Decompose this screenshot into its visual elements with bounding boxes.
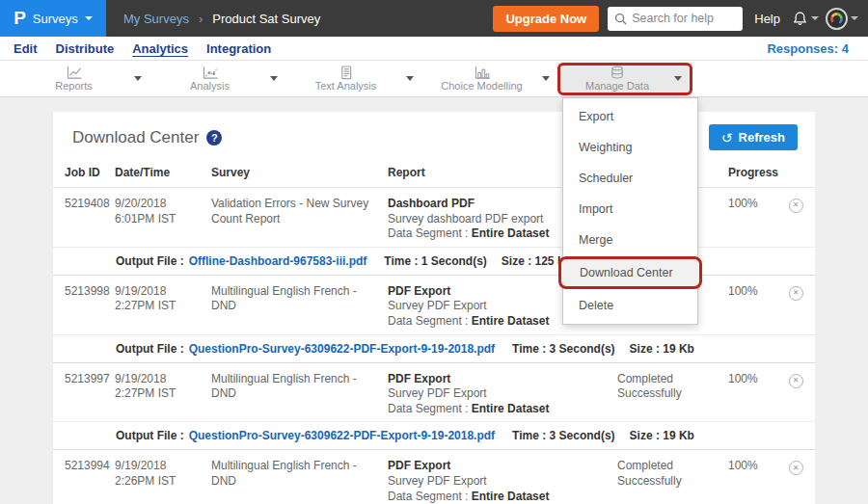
job-status: Completed Successfully [617, 372, 728, 417]
breadcrumb-current-survey: Product Sat Survey [212, 12, 320, 26]
nav-tab-edit[interactable]: Edit [14, 41, 38, 56]
search-input[interactable] [632, 12, 736, 25]
data-segment-value: Entire Dataset [472, 402, 550, 415]
help-question-icon[interactable]: ? [206, 130, 222, 146]
report-description: Survey PDF Export [388, 299, 487, 312]
cancel-job-icon[interactable]: ✕ [789, 374, 803, 388]
analysis-button[interactable]: Analysis [149, 66, 270, 92]
job-survey: Multilingual English French - DND [211, 284, 388, 330]
chevron-down-icon [811, 16, 819, 20]
job-time: Time : 3 Second(s) [512, 342, 614, 356]
help-link[interactable]: Help [754, 12, 780, 26]
output-file-label: Output File : [116, 429, 184, 442]
output-file-label: Output File : [116, 254, 184, 268]
toolbar-label: Manage Data [585, 80, 649, 92]
job-progress: 100% [728, 459, 776, 504]
data-segment-value: Entire Dataset [472, 226, 550, 240]
gauge-logo-icon [830, 13, 843, 25]
table-row: 5213994 9/19/2018 2:26PM IST Multilingua… [53, 450, 815, 504]
job-time: Time : 3 Second(s) [512, 429, 614, 442]
upgrade-now-button[interactable]: Upgrade Now [493, 6, 599, 32]
job-id: 5213994 [65, 459, 115, 504]
toolbar-reports: Reports [14, 61, 149, 96]
data-segment-label: Data Segment : [388, 402, 468, 415]
job-size: Size : 19 Kb [630, 429, 694, 442]
job-progress: 100% [728, 372, 776, 417]
report-description: Survey PDF Export [388, 386, 487, 400]
bell-icon [792, 11, 808, 27]
report-description: Survey PDF Export [388, 474, 487, 488]
job-progress: 100% [728, 197, 776, 242]
page-background: Download Center ? ↺ Refresh Job ID Date/… [0, 98, 868, 504]
analytics-toolbar: Reports Analysis Text Analysis [0, 61, 868, 97]
download-center-card: Download Center ? ↺ Refresh Job ID Date/… [53, 112, 815, 504]
output-file-link[interactable]: QuestionPro-Survey-6309622-PDF-Export-9-… [189, 429, 495, 442]
breadcrumb-separator: › [199, 12, 203, 26]
manage-data-dropdown-caret[interactable] [674, 76, 682, 81]
text-analysis-dropdown-caret[interactable] [406, 76, 414, 81]
toolbar-label: Choice Modelling [441, 80, 522, 92]
cancel-job-icon[interactable]: ✕ [789, 461, 803, 475]
refresh-button[interactable]: ↺ Refresh [709, 124, 798, 150]
account-menu[interactable] [826, 8, 858, 30]
output-file-link[interactable]: QuestionPro-Survey-6309622-PDF-Export-9-… [189, 342, 495, 356]
output-file-link[interactable]: Offline-Dashboard-967583-iii.pdf [189, 254, 367, 268]
reports-dropdown-caret[interactable] [134, 76, 142, 81]
menu-item-delete[interactable]: Delete [563, 290, 697, 321]
manage-data-button[interactable]: Manage Data [560, 66, 674, 92]
menu-item-download-center-highlighted[interactable]: Download Center [558, 256, 702, 289]
menu-item-weighting[interactable]: Weighting [563, 132, 697, 163]
bar-chart-icon [472, 66, 493, 80]
cancel-job-icon[interactable]: ✕ [789, 286, 803, 301]
nav-tab-distribute[interactable]: Distribute [56, 41, 115, 56]
manage-data-dropdown: Export Weighting Scheduler Import Merge … [562, 97, 698, 325]
job-time: Time : 1 Second(s) [384, 254, 486, 268]
nav-tab-analytics[interactable]: Analytics [132, 41, 188, 56]
breadcrumb: My Surveys › Product Sat Survey [123, 12, 320, 26]
job-id: 5219408 [65, 197, 115, 242]
text-document-icon [336, 66, 357, 80]
data-segment-value: Entire Dataset [472, 490, 550, 503]
choice-modelling-dropdown-caret[interactable] [542, 76, 550, 81]
line-chart-icon [64, 66, 85, 80]
job-size: Size : 19 Kb [630, 342, 694, 356]
job-id: 5213997 [65, 372, 115, 417]
data-segment-label: Data Segment : [388, 490, 468, 503]
questionpro-logo: P [14, 8, 26, 29]
report-type: PDF Export [388, 459, 450, 472]
job-status: Completed Successfully [617, 459, 728, 504]
menu-item-import[interactable]: Import [563, 194, 697, 225]
nav-tab-integration[interactable]: Integration [206, 41, 271, 56]
toolbar-manage-data-highlighted: Manage Data [557, 63, 692, 95]
job-report: PDF Export Survey PDF Export Data Segmen… [388, 459, 617, 504]
help-search-box[interactable] [608, 7, 743, 31]
chevron-down-icon [851, 16, 858, 20]
job-survey: Validation Errors - New Survey Count Rep… [211, 197, 388, 242]
report-type: PDF Export [388, 284, 450, 298]
avatar [826, 8, 848, 30]
surveys-product-menu[interactable]: P Surveys [0, 0, 106, 37]
toolbar-label: Text Analysis [315, 80, 377, 92]
job-survey: Multilingual English French - DND [211, 459, 388, 504]
choice-modelling-button[interactable]: Choice Modelling [421, 66, 542, 92]
menu-item-merge[interactable]: Merge [563, 225, 697, 255]
col-datetime: Date/Time [115, 166, 211, 179]
report-type: PDF Export [388, 372, 450, 385]
col-job-id: Job ID [65, 166, 115, 179]
toolbar-choice-modelling: Choice Modelling [421, 61, 557, 96]
database-icon [608, 66, 627, 80]
refresh-icon: ↺ [721, 131, 733, 145]
notifications-menu[interactable] [792, 11, 819, 27]
menu-item-export[interactable]: Export [563, 101, 697, 132]
table-row: 5213997 9/19/2018 2:27PM IST Multilingua… [53, 363, 815, 451]
report-description: Survey dashboard PDF export [388, 212, 543, 225]
menu-item-scheduler[interactable]: Scheduler [563, 163, 697, 194]
job-progress: 100% [728, 284, 776, 330]
breadcrumb-my-surveys[interactable]: My Surveys [123, 12, 189, 26]
toolbar-text-analysis: Text Analysis [285, 61, 421, 96]
cancel-job-icon[interactable]: ✕ [789, 199, 803, 213]
text-analysis-button[interactable]: Text Analysis [285, 66, 406, 92]
col-actions [776, 166, 815, 179]
reports-button[interactable]: Reports [14, 66, 134, 92]
analysis-dropdown-caret[interactable] [270, 76, 278, 81]
